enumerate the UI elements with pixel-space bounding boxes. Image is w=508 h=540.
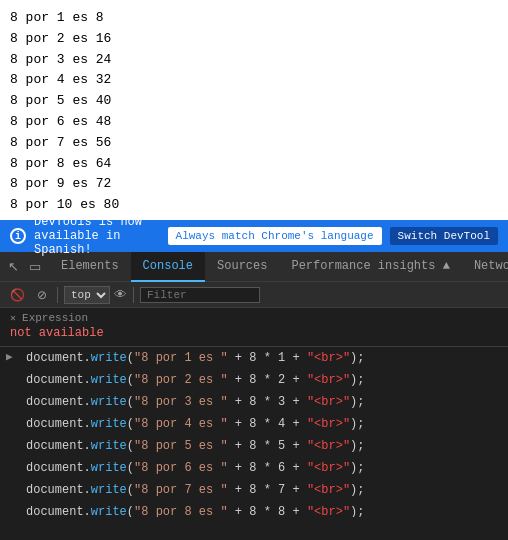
cursor-icon[interactable]: ↖ [4, 257, 23, 276]
output-line: 8 por 8 es 64 [10, 154, 498, 175]
tab-icons: ↖ ▭ [0, 257, 49, 276]
arrow-col [0, 436, 20, 438]
code-line: document.write("8 por 8 es " + 8 * 8 + "… [20, 502, 508, 517]
arrow-col: ▶ [0, 348, 20, 363]
tab-sources[interactable]: Sources [205, 252, 279, 282]
tab-network[interactable]: Network [462, 252, 508, 282]
output-line: 8 por 3 es 24 [10, 50, 498, 71]
device-icon[interactable]: ▭ [25, 257, 45, 276]
code-line: document.write("8 por 3 es " + 8 * 3 + "… [20, 392, 508, 412]
notification-bar: i DevTools is now available in Spanish! … [0, 220, 508, 252]
output-line: 8 por 9 es 72 [10, 174, 498, 195]
console-line: ▶document.write("8 por 1 es " + 8 * 1 + … [0, 347, 508, 369]
tab-elements[interactable]: Elements [49, 252, 131, 282]
page-output: 8 por 1 es 88 por 2 es 168 por 3 es 248 … [0, 0, 508, 220]
output-line: 8 por 5 es 40 [10, 91, 498, 112]
arrow-col [0, 458, 20, 460]
expression-label: Expression [22, 312, 88, 324]
tab-bar: ↖ ▭ Elements Console Sources Performance… [0, 252, 508, 282]
console-line: document.write("8 por 8 es " + 8 * 8 + "… [0, 501, 508, 517]
tab-console[interactable]: Console [131, 252, 205, 282]
console-line: document.write("8 por 3 es " + 8 * 3 + "… [0, 391, 508, 413]
console-line: document.write("8 por 6 es " + 8 * 6 + "… [0, 457, 508, 479]
not-available-text: not available [10, 324, 498, 342]
output-line: 8 por 6 es 48 [10, 112, 498, 133]
close-expression-button[interactable]: ✕ [10, 312, 16, 324]
switch-devtool-button[interactable]: Switch DevTool [390, 227, 498, 245]
console-line: document.write("8 por 4 es " + 8 * 4 + "… [0, 413, 508, 435]
code-line: document.write("8 por 1 es " + 8 * 1 + "… [20, 348, 508, 368]
eye-icon[interactable]: 👁 [114, 287, 127, 302]
output-line: 8 por 2 es 16 [10, 29, 498, 50]
code-line: document.write("8 por 2 es " + 8 * 2 + "… [20, 370, 508, 390]
toolbar-divider [57, 287, 58, 303]
clear-console-button[interactable]: 🚫 [6, 286, 29, 304]
console-line: document.write("8 por 7 es " + 8 * 7 + "… [0, 479, 508, 501]
console-line: document.write("8 por 5 es " + 8 * 5 + "… [0, 435, 508, 457]
arrow-col [0, 502, 20, 504]
code-line: document.write("8 por 7 es " + 8 * 7 + "… [20, 480, 508, 500]
expression-area: ✕ Expression not available [0, 308, 508, 347]
code-line: document.write("8 por 6 es " + 8 * 6 + "… [20, 458, 508, 478]
arrow-col [0, 480, 20, 482]
filter-input[interactable] [140, 287, 260, 303]
tab-performance-insights[interactable]: Performance insights ▲ [279, 252, 461, 282]
output-line: 8 por 7 es 56 [10, 133, 498, 154]
code-line: document.write("8 por 5 es " + 8 * 5 + "… [20, 436, 508, 456]
arrow-col [0, 370, 20, 372]
output-line: 8 por 1 es 8 [10, 8, 498, 29]
filter-button[interactable]: ⊘ [33, 286, 51, 304]
console-line: document.write("8 por 2 es " + 8 * 2 + "… [0, 369, 508, 391]
console-toolbar: 🚫 ⊘ top 👁 [0, 282, 508, 308]
output-line: 8 por 10 es 80 [10, 195, 498, 216]
code-line: document.write("8 por 4 es " + 8 * 4 + "… [20, 414, 508, 434]
info-icon: i [10, 228, 26, 244]
context-select[interactable]: top [64, 286, 110, 304]
match-language-button[interactable]: Always match Chrome's language [168, 227, 382, 245]
arrow-col [0, 392, 20, 394]
console-output: ▶document.write("8 por 1 es " + 8 * 1 + … [0, 347, 508, 517]
toolbar-divider-2 [133, 287, 134, 303]
arrow-col [0, 414, 20, 416]
output-line: 8 por 4 es 32 [10, 70, 498, 91]
